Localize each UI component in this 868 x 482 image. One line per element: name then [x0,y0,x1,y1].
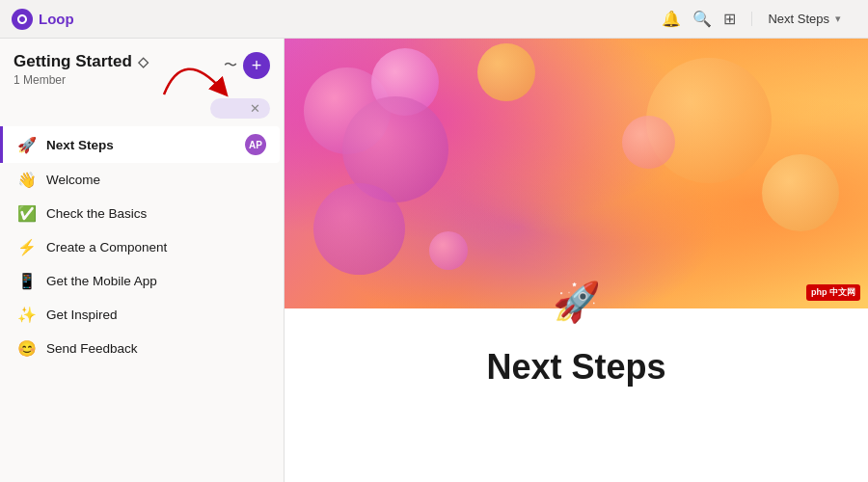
main-layout: Getting Started ◇ 1 Member 〜 + [0,39,868,482]
add-button[interactable]: + [243,52,270,79]
app-name: Loop [39,11,74,27]
smile-icon: 😊 [17,339,37,358]
sidebar-item-check-basics[interactable]: ✅ Check the Basics [4,197,280,230]
notification-icon[interactable]: 🔔 [662,10,681,28]
workspace-dropdown-icon[interactable]: ◇ [138,54,149,69]
sidebar-actions: 〜 + [224,52,270,79]
nav-item-label: Get the Mobile App [46,274,266,288]
bubble-6 [762,154,839,231]
filter-text [220,102,242,116]
wave-icon: 👋 [17,171,37,189]
logo-icon [12,9,33,30]
content-body: 🚀 Next Steps [285,308,868,482]
nav-item-label: Next Steps [46,138,235,152]
page-title: Next Steps [323,328,829,388]
hero-image: php 中文网 [285,39,868,308]
sidebar-item-send-feedback[interactable]: 😊 Send Feedback [4,332,280,365]
search-icon[interactable]: 🔍 [692,10,712,28]
bubble-8 [313,183,405,275]
page-rocket-icon: 🚀 [553,280,601,325]
nav-item-label: Get Inspired [46,308,266,322]
sidebar-item-mobile-app[interactable]: 📱 Get the Mobile App [4,264,280,298]
app-logo[interactable]: Loop [12,9,74,30]
workspace-name-row: Getting Started ◇ [14,52,149,71]
nav-item-label: Check the Basics [46,206,266,221]
sparkles-icon: ✨ [17,306,37,324]
sidebar-item-get-inspired[interactable]: ✨ Get Inspired [4,298,280,332]
workspace-name-label: Getting Started [14,52,132,71]
lightning-icon: ⚡ [17,238,37,256]
check-icon: ✅ [17,204,37,223]
breadcrumb-label: Next Steps [768,12,829,26]
activity-icon[interactable]: 〜 [224,57,237,74]
rocket-icon: 🚀 [17,136,37,154]
member-count: 1 Member [14,73,149,87]
content-area: php 中文网 🚀 Next Steps [285,39,868,482]
sidebar-header: Getting Started ◇ 1 Member 〜 + [0,39,284,94]
sidebar-item-create-component[interactable]: ⚡ Create a Component [4,230,280,264]
nav-item-label: Send Feedback [46,341,266,356]
nav-item-label: Welcome [46,173,266,187]
sidebar-item-welcome[interactable]: 👋 Welcome [4,163,280,197]
nav-item-label: Create a Component [46,240,266,254]
sidebar-filter: ✕ [0,94,284,126]
sidebar-nav: 🚀 Next Steps AP 👋 Welcome ✅ Check the Ba… [0,126,284,482]
workspace-title: Getting Started ◇ 1 Member [14,52,149,87]
watermark: php 中文网 [806,284,860,301]
bubble-4 [477,43,535,101]
top-bar: Loop 🔔 🔍 ⊞ Next Steps ▾ [0,0,868,39]
avatar: AP [245,134,266,155]
bubble-7 [622,116,675,169]
sidebar-item-next-steps[interactable]: 🚀 Next Steps AP [0,126,280,163]
grid-icon[interactable]: ⊞ [723,10,736,28]
filter-pill[interactable]: ✕ [210,98,270,119]
breadcrumb: Next Steps ▾ [751,12,856,26]
chevron-down-icon[interactable]: ▾ [835,13,841,25]
top-bar-icons: 🔔 🔍 ⊞ [662,10,736,28]
filter-close-icon[interactable]: ✕ [250,101,260,116]
mobile-icon: 📱 [17,272,37,290]
sidebar: Getting Started ◇ 1 Member 〜 + [0,39,285,482]
bubble-9 [429,231,468,270]
